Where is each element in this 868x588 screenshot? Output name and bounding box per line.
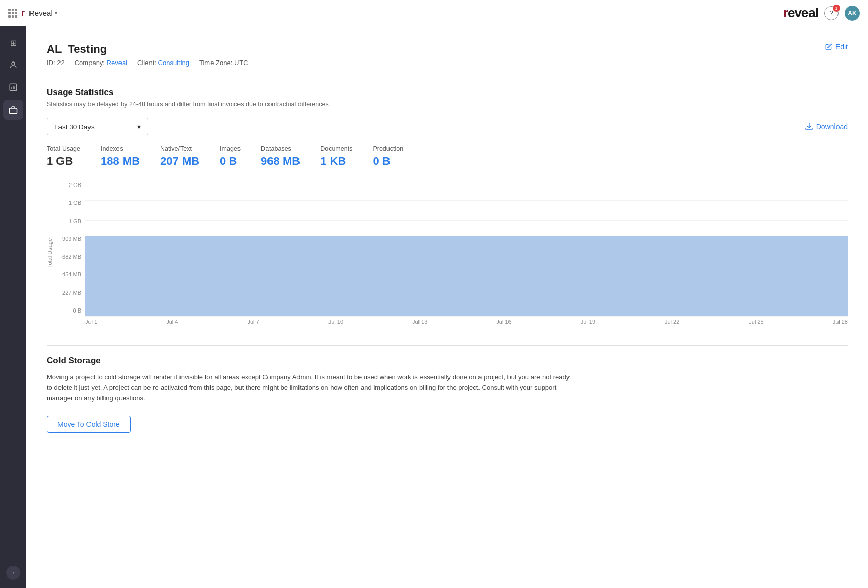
x-label-7: Jul 22 [665,319,679,325]
y-label-3: 909 MB [62,236,81,242]
client-link[interactable]: Consulting [158,59,189,67]
client-label: Client: Consulting [137,59,189,67]
stat-production-value: 0 B [373,154,403,168]
x-label-0: Jul 1 [85,319,97,325]
cold-storage-title: Cold Storage [47,356,848,366]
top-bar: r Reveal ▾ reveal ? 1 AK [0,0,868,26]
help-button[interactable]: ? 1 [824,6,839,20]
y-label-1: 1 GB [69,200,81,206]
grid-icon[interactable] [8,9,17,18]
timezone-value: UTC [234,59,248,67]
top-bar-right: reveal ? 1 AK [783,5,860,21]
y-label-7: 0 B [73,307,81,314]
cold-storage-section: Cold Storage Moving a project to cold st… [47,356,848,433]
download-label: Download [816,122,848,131]
usage-statistics-section: Usage Statistics Statistics may be delay… [47,87,848,325]
avatar[interactable]: AK [845,6,860,21]
chart-plot-area: Jul 1 Jul 4 Jul 7 Jul 10 Jul 13 Jul 16 J… [85,182,848,325]
y-label-5: 454 MB [62,271,81,277]
company-link[interactable]: Reveal [107,59,127,67]
y-label-6: 227 MB [62,290,81,296]
x-label-3: Jul 10 [328,319,343,325]
sidebar-collapse-button[interactable]: ‹ [6,566,20,580]
dropdown-arrow-icon: ▾ [137,122,141,131]
stat-indexes: Indexes 188 MB [101,145,140,168]
move-cold-store-button[interactable]: Move To Cold Store [47,416,131,433]
stat-native-text-label: Native/Text [160,145,199,152]
x-label-9: Jul 28 [833,319,848,325]
chevron-down-icon: ▾ [55,10,57,16]
stat-production: Production 0 B [373,145,403,168]
stats-row: Total Usage 1 GB Indexes 188 MB Native/T… [47,145,848,168]
sidebar: ⊞ ‹ [0,26,26,588]
dropdown-value: Last 30 Days [54,123,95,131]
notification-badge: 1 [833,5,840,12]
sidebar-item-user[interactable] [3,55,23,75]
stat-total-usage: Total Usage 1 GB [47,145,80,168]
x-label-6: Jul 19 [581,319,595,325]
edit-icon [825,43,832,50]
id-label: ID: 22 [47,59,65,67]
stat-databases-label: Databases [261,145,300,152]
x-label-8: Jul 25 [749,319,763,325]
x-label-1: Jul 4 [166,319,178,325]
stat-indexes-value: 188 MB [101,154,140,168]
stat-images-value: 0 B [220,154,241,168]
stat-native-text-value: 207 MB [160,154,199,168]
sidebar-item-reports[interactable] [3,77,23,98]
main-content: AL_Testing ID: 22 Company: Reveal Client… [26,26,868,588]
x-label-4: Jul 13 [412,319,427,325]
download-button[interactable]: Download [805,122,848,131]
time-period-dropdown[interactable]: Last 30 Days ▾ [47,118,148,135]
svg-point-0 [12,62,15,65]
stat-native-text: Native/Text 207 MB [160,145,199,168]
stat-indexes-label: Indexes [101,145,140,152]
app-name[interactable]: Reveal ▾ [29,9,57,17]
usage-stats-title: Usage Statistics [47,87,848,98]
reveal-brand: reveal [783,5,818,21]
stat-total-usage-value: 1 GB [47,154,80,168]
top-bar-left: r Reveal ▾ [8,8,57,18]
page-header: AL_Testing ID: 22 Company: Reveal Client… [47,43,848,67]
stat-documents-value: 1 KB [320,154,352,168]
y-label-4: 682 MB [62,254,81,260]
stat-databases: Databases 968 MB [261,145,300,168]
id-value: 22 [57,59,64,67]
chart-svg [85,182,848,317]
brand-text: reveal [783,5,818,21]
app-name-text: Reveal [29,9,53,17]
page-header-left: AL_Testing ID: 22 Company: Reveal Client… [47,43,248,67]
reveal-logo: r [21,8,25,18]
usage-chart: Total Usage 2 GB 1 GB 1 GB 909 MB 682 MB… [47,182,848,325]
edit-button[interactable]: Edit [825,43,848,51]
company-label: Company: Reveal [75,59,127,67]
svg-rect-15 [85,236,848,316]
sidebar-item-grid[interactable]: ⊞ [3,33,23,53]
cold-storage-divider [47,345,848,346]
y-label-0: 2 GB [69,182,81,188]
page-title: AL_Testing [47,43,248,56]
help-icon: ? [829,9,833,17]
timezone-label: Time Zone: UTC [199,59,248,67]
stat-documents: Documents 1 KB [320,145,352,168]
usage-stats-desc: Statistics may be delayed by 24-48 hours… [47,101,848,108]
header-divider [47,77,848,77]
svg-rect-5 [10,108,17,114]
stat-databases-value: 968 MB [261,154,300,168]
stat-images: Images 0 B [220,145,241,168]
page-meta: ID: 22 Company: Reveal Client: Consultin… [47,59,248,67]
stat-production-label: Production [373,145,403,152]
y-label-2: 1 GB [69,218,81,224]
cold-storage-description: Moving a project to cold storage will re… [47,372,576,404]
stat-total-usage-label: Total Usage [47,145,80,152]
stat-images-label: Images [220,145,241,152]
x-label-2: Jul 7 [247,319,259,325]
y-axis: 2 GB 1 GB 1 GB 909 MB 682 MB 454 MB 227 … [59,182,85,325]
download-icon [805,122,813,131]
x-axis: Jul 1 Jul 4 Jul 7 Jul 10 Jul 13 Jul 16 J… [85,317,848,325]
x-label-5: Jul 16 [496,319,511,325]
y-axis-label: Total Usage [47,238,53,268]
stat-documents-label: Documents [320,145,352,152]
sidebar-bottom: ‹ [6,566,20,580]
sidebar-item-briefcase[interactable] [3,100,23,120]
